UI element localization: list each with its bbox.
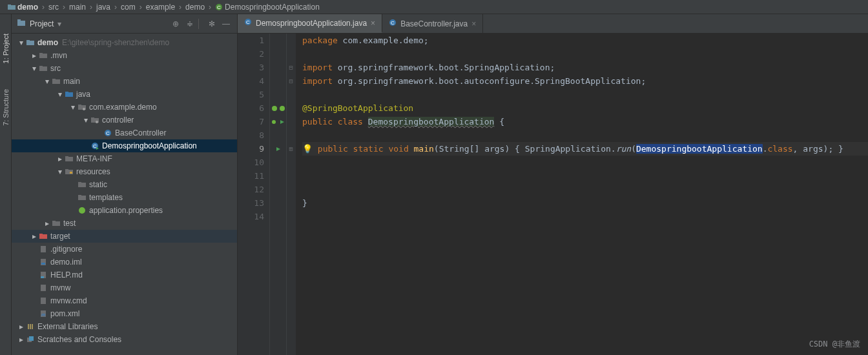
class-icon: C (103, 129, 112, 137)
maven-icon: m (39, 310, 48, 318)
svg-text:C: C (391, 20, 395, 26)
svg-rect-11 (39, 66, 43, 67)
tree-item-test[interactable]: ▸test (12, 217, 237, 230)
tree-item-templates[interactable]: templates (12, 191, 237, 204)
tree-label: templates (89, 193, 123, 202)
code-token: main (414, 144, 434, 154)
expand-icon: ▸ (43, 219, 52, 228)
toolstrip-project[interactable]: 1: Project (2, 34, 10, 63)
code-token: class (767, 144, 792, 154)
tree-item-app[interactable]: CDemospringbootApplication (12, 139, 237, 152)
tree-item-appprops[interactable]: application.properties (12, 204, 237, 217)
breadcrumb-item[interactable]: CDemospringbootApplication (212, 3, 322, 12)
class-icon: C (244, 18, 252, 28)
crumb-label: example (146, 3, 175, 12)
svg-rect-46 (41, 298, 46, 304)
intention-bulb-icon[interactable]: 💡 (302, 144, 318, 154)
crumb-label: demo (185, 3, 205, 12)
breadcrumb-item[interactable]: demo (5, 3, 41, 12)
line-number: 8 (238, 128, 264, 142)
run-gutter-icon[interactable] (270, 115, 286, 128)
file-icon (39, 245, 48, 253)
tree-item-resources[interactable]: ▾resources (12, 165, 237, 178)
spring-bean-gutter-icon[interactable] (270, 101, 286, 115)
tree-item-java[interactable]: ▾java (12, 88, 237, 101)
fold-icon[interactable]: ⊟ (287, 74, 295, 88)
line-number: 9 (238, 142, 264, 156)
tree-external-libraries[interactable]: ▸External Libraries (12, 320, 237, 333)
svg-text:C: C (106, 130, 110, 136)
breadcrumb-item[interactable]: com (118, 3, 138, 12)
tree-item-pom[interactable]: mpom.xml (12, 307, 237, 320)
project-sidebar: Project ▾ ⊕ ≑ ✻ — ▾demoE:\gitee\spring-s… (12, 14, 238, 355)
tree-item-mvn[interactable]: ▸.mvn (12, 49, 237, 62)
fold-icon[interactable]: ⊟ (287, 61, 295, 74)
breadcrumb-item[interactable]: src (46, 3, 61, 12)
svg-rect-27 (65, 156, 68, 157)
tree-item-iml[interactable]: demo.iml (12, 256, 237, 269)
folder-icon (65, 155, 74, 163)
tree-project-root[interactable]: ▾demoE:\gitee\spring-shenzhen\demo (12, 36, 237, 49)
expand-icon: ▾ (56, 167, 65, 176)
svg-rect-42 (41, 263, 45, 265)
editor-tab-app[interactable]: CDemospringbootApplication.java× (238, 14, 382, 33)
tree-label: main (63, 77, 80, 86)
tree-item-help[interactable]: HELP.md (12, 269, 237, 281)
line-number: 10 (238, 156, 264, 169)
code-token: org.springframework.boot.SpringApplicati… (333, 63, 555, 72)
line-number: 12 (238, 183, 264, 196)
breadcrumb-item[interactable]: demo (183, 3, 207, 12)
source-folder-icon (65, 90, 74, 98)
svg-rect-51 (32, 324, 33, 329)
breadcrumb-item[interactable]: example (143, 3, 178, 12)
close-icon[interactable]: × (371, 19, 375, 28)
line-number: 4 (238, 74, 264, 88)
code-token: org.springframework.boot.autoconfigure.S… (333, 76, 646, 86)
expand-icon: ▸ (17, 322, 26, 331)
svg-rect-20 (91, 117, 94, 119)
tree-item-main[interactable]: ▾main (12, 75, 237, 88)
tree-item-static[interactable]: static (12, 178, 237, 191)
toolstrip-structure[interactable]: 7: Structure (2, 89, 10, 126)
chevron-icon: › (88, 3, 94, 12)
run-gutter-icon[interactable] (270, 142, 286, 156)
tree-item-basecontroller[interactable]: CBaseController (12, 127, 237, 139)
tree-label: target (50, 232, 70, 241)
tree-item-metainf[interactable]: ▸META-INF (12, 152, 237, 165)
tab-label: DemospringbootApplication.java (256, 19, 367, 28)
tree-item-src[interactable]: ▾src (12, 62, 237, 75)
code-editor[interactable]: 1 2 3 4 5 6 7 8 9 10 11 12 13 14 (238, 34, 868, 355)
file-icon (39, 297, 48, 305)
chevron-icon: › (207, 3, 212, 12)
tree-label: static (89, 180, 107, 189)
tree-scratches[interactable]: ▸Scratches and Consoles (12, 333, 237, 346)
expand-icon: ▾ (17, 38, 26, 47)
tree-item-mvnwcmd[interactable]: mvnw.cmd (12, 294, 237, 307)
dropdown-icon[interactable]: ▾ (57, 19, 61, 28)
tree-label: com.example.demo (89, 103, 157, 112)
svg-point-60 (272, 120, 276, 124)
editor-tab-basecontroller[interactable]: CBaseController.java× (382, 14, 483, 33)
tree-item-gitignore[interactable]: .gitignore (12, 243, 237, 256)
crumb-label: com (121, 3, 136, 12)
settings-button[interactable]: ✻ (206, 18, 218, 30)
resources-folder-icon (65, 168, 74, 176)
breadcrumb-item[interactable]: java (94, 3, 113, 12)
tree-item-package[interactable]: ▾com.example.demo (12, 101, 237, 114)
svg-rect-14 (65, 92, 73, 97)
fold-icon[interactable]: ⊞ (287, 142, 295, 156)
code-token: com.example.demo; (338, 36, 429, 45)
close-icon[interactable]: × (471, 19, 476, 28)
project-tree: ▾demoE:\gitee\spring-shenzhen\demo ▸.mvn… (12, 34, 237, 355)
breadcrumb-item[interactable]: main (67, 3, 88, 12)
expand-button[interactable]: ≑ (184, 18, 196, 30)
code-content[interactable]: package com.example.demo; import org.spr… (296, 34, 868, 355)
folder-icon (8, 3, 16, 11)
hide-button[interactable]: — (220, 18, 232, 30)
svg-rect-10 (39, 66, 47, 71)
svg-text:C: C (217, 5, 221, 10)
tree-item-target[interactable]: ▸target (12, 230, 237, 243)
locate-button[interactable]: ⊕ (170, 18, 181, 30)
tree-item-controller[interactable]: ▾controller (12, 114, 237, 127)
tree-item-mvnw[interactable]: mvnw (12, 281, 237, 294)
